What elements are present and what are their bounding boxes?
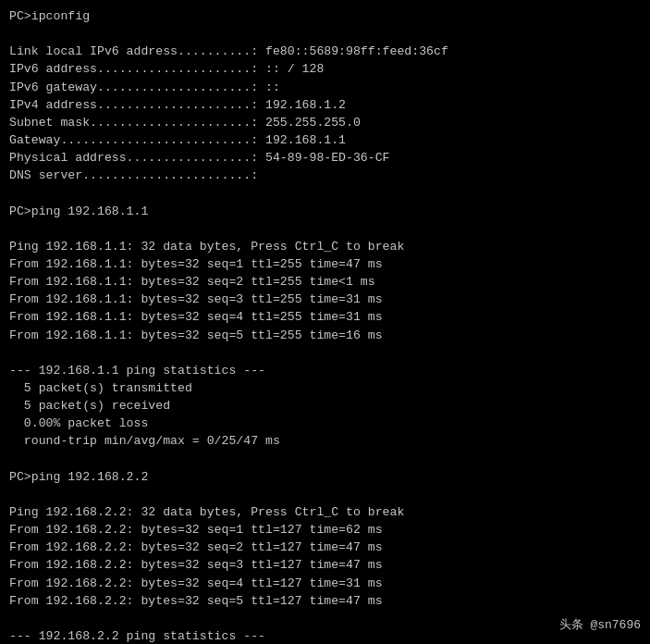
terminal-window: PC>ipconfig Link local IPv6 address.....… — [0, 0, 650, 644]
terminal-output: PC>ipconfig Link local IPv6 address.....… — [9, 7, 641, 644]
watermark: 头条 @sn7696 — [559, 617, 641, 635]
